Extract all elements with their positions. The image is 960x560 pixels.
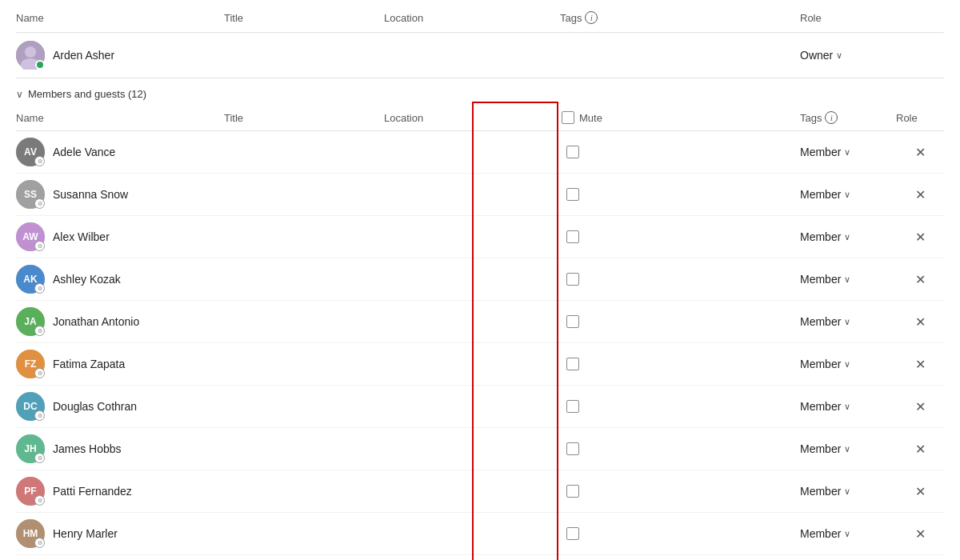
owner-role-label: Owner	[800, 49, 833, 62]
mute-header-checkbox[interactable]	[562, 111, 574, 124]
member-name: Henry Marler	[53, 527, 118, 540]
members-section-label: Members and guests (12)	[28, 88, 146, 100]
member-name-cell: AK ⚙ Ashley Kozak	[16, 265, 224, 294]
member-status-dot: ⚙	[34, 283, 45, 294]
member-role-cell[interactable]: Member ∨	[800, 485, 896, 498]
member-mute-cell[interactable]	[560, 527, 672, 540]
member-mute-checkbox[interactable]	[566, 485, 579, 498]
member-role-label: Member	[800, 442, 841, 455]
member-mute-checkbox[interactable]	[566, 442, 579, 455]
member-status-dot: ⚙	[34, 538, 45, 548]
member-role-chevron: ∨	[844, 147, 850, 158]
member-role-chevron: ∨	[844, 444, 850, 454]
owner-role-cell[interactable]: Owner ∨	[800, 49, 896, 62]
member-remove-button[interactable]: ✕	[896, 314, 944, 330]
member-remove-button[interactable]: ✕	[896, 526, 944, 542]
member-status-dot: ⚙	[34, 326, 45, 336]
member-avatar: HM ⚙	[16, 519, 45, 548]
member-avatar: JH ⚙	[16, 434, 45, 463]
member-role-cell[interactable]: Member ∨	[800, 442, 896, 455]
member-mute-checkbox[interactable]	[566, 400, 579, 413]
member-mute-checkbox[interactable]	[566, 527, 579, 540]
owner-name: Arden Asher	[53, 49, 114, 62]
member-name: Patti Fernandez	[53, 485, 132, 498]
member-status-dot: ⚙	[34, 156, 45, 166]
member-name: Alex Wilber	[53, 230, 110, 243]
member-remove-button[interactable]: ✕	[896, 187, 944, 202]
member-mute-checkbox[interactable]	[566, 188, 579, 201]
member-remove-button[interactable]: ✕	[896, 230, 944, 245]
members-header-title: Title	[224, 112, 384, 124]
member-remove-button[interactable]: ✕	[896, 145, 944, 160]
member-row: AV ⚙ Adele Vance Member ∨ ✕	[16, 131, 944, 174]
member-name-cell: HM ⚙ Henry Marler	[16, 519, 224, 548]
member-name: James Hobbs	[53, 442, 122, 455]
member-avatar: DC ⚙	[16, 392, 45, 421]
member-mute-cell[interactable]	[560, 358, 672, 370]
member-role-cell[interactable]: Member ∨	[800, 358, 896, 370]
member-mute-checkbox[interactable]	[566, 146, 579, 158]
member-avatar: AW ⚙	[16, 222, 45, 251]
top-header-name: Name	[16, 12, 224, 24]
owner-name-cell: Arden Asher	[16, 41, 224, 70]
member-remove-button[interactable]: ✕	[896, 484, 944, 499]
member-mute-checkbox[interactable]	[566, 315, 579, 328]
member-status-dot: ⚙	[34, 241, 45, 251]
member-mute-checkbox[interactable]	[566, 230, 579, 243]
member-remove-button[interactable]: ✕	[896, 399, 944, 414]
member-mute-checkbox[interactable]	[566, 273, 579, 286]
member-mute-cell[interactable]	[560, 315, 672, 328]
member-role-chevron: ∨	[844, 529, 850, 539]
member-name-cell: PF ⚙ Patti Fernandez	[16, 477, 224, 506]
member-mute-cell[interactable]	[560, 273, 672, 286]
member-role-chevron: ∨	[844, 317, 850, 327]
member-role-cell[interactable]: Member ∨	[800, 230, 896, 243]
member-role-cell[interactable]: Member ∨	[800, 188, 896, 201]
member-avatar: SS ⚙	[16, 180, 45, 209]
owner-avatar	[16, 41, 45, 70]
member-mute-cell[interactable]	[560, 146, 672, 158]
members-table-container[interactable]: Name Title Location Tags i Role	[0, 0, 960, 560]
member-mute-cell[interactable]	[560, 230, 672, 243]
member-mute-cell[interactable]	[560, 442, 672, 455]
member-role-cell[interactable]: Member ∨	[800, 146, 896, 158]
member-row: SS ⚙ Susanna Snow Member ∨ ✕	[16, 174, 944, 216]
member-row: AW ⚙ Alex Wilber Member ∨ ✕	[16, 216, 944, 258]
member-role-label: Member	[800, 485, 841, 498]
member-remove-button[interactable]: ✕	[896, 442, 944, 457]
member-role-chevron: ∨	[844, 486, 850, 497]
member-row: JA ⚙ Jonathan Antonio Member ∨ ✕	[16, 301, 944, 343]
member-name-cell: FZ ⚙ Fatima Zapata	[16, 350, 224, 378]
member-mute-cell[interactable]	[560, 188, 672, 201]
member-mute-cell[interactable]	[560, 485, 672, 498]
member-role-cell[interactable]: Member ∨	[800, 400, 896, 413]
top-header-tags: Tags	[560, 12, 582, 24]
top-header-tags-cell: Tags i	[560, 11, 672, 24]
members-header-role: Role	[896, 112, 944, 124]
member-row: DC ⚙ Douglas Cothran Member ∨ ✕	[16, 386, 944, 428]
members-table-header-wrapper: Name Title Location Mute Tags i Role	[16, 105, 944, 131]
owner-status-dot	[35, 60, 45, 70]
member-name-cell: AW ⚙ Alex Wilber	[16, 222, 224, 251]
member-role-label: Member	[800, 230, 841, 243]
top-header-row: Name Title Location Tags i Role	[16, 0, 944, 33]
svg-point-1	[25, 46, 36, 58]
member-name-cell: JH ⚙ James Hobbs	[16, 434, 224, 463]
member-mute-checkbox[interactable]	[566, 358, 579, 370]
member-mute-cell[interactable]	[560, 400, 672, 413]
member-role-chevron: ∨	[844, 190, 850, 200]
member-role-cell[interactable]: Member ∨	[800, 527, 896, 540]
members-header-tags-cell: Tags i	[800, 111, 896, 124]
members-tags-info-icon: i	[825, 111, 838, 124]
member-remove-button[interactable]: ✕	[896, 357, 944, 372]
member-role-label: Member	[800, 315, 841, 328]
top-header-location: Location	[384, 12, 560, 24]
member-remove-button[interactable]: ✕	[896, 272, 944, 287]
member-name: Douglas Cothran	[53, 400, 137, 413]
member-role-cell[interactable]: Member ∨	[800, 273, 896, 286]
members-section-header[interactable]: ∨ Members and guests (12)	[16, 78, 944, 105]
member-avatar: FZ ⚙	[16, 350, 45, 378]
member-role-chevron: ∨	[844, 359, 850, 370]
member-name: Fatima Zapata	[53, 358, 125, 370]
member-role-cell[interactable]: Member ∨	[800, 315, 896, 328]
